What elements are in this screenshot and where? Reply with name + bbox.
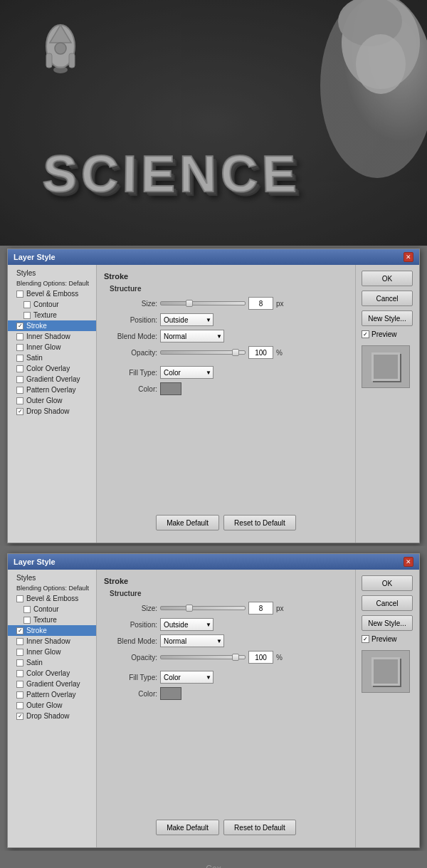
satin-checkbox-1[interactable]	[16, 355, 23, 362]
ok-btn-2[interactable]: OK	[362, 575, 413, 591]
sidebar-1-satin[interactable]: Satin	[8, 352, 96, 363]
opacity-unit-2: %	[276, 654, 283, 662]
sidebar-2-outer-glow[interactable]: Outer Glow	[8, 700, 96, 711]
gradient-overlay-checkbox-2[interactable]	[16, 681, 23, 688]
preview-box-2	[362, 650, 410, 693]
opacity-slider-thumb-2[interactable]	[232, 654, 239, 661]
sidebar-2-contour[interactable]: Contour	[8, 604, 96, 615]
sidebar-1-inner-shadow[interactable]: Inner Shadow	[8, 331, 96, 342]
texture-checkbox-1[interactable]	[23, 312, 31, 319]
sidebar-2-bevel-emboss[interactable]: Bevel & Emboss	[8, 593, 96, 604]
color-swatch-2[interactable]	[160, 687, 181, 700]
sidebar-2-color-overlay[interactable]: Color Overlay	[8, 668, 96, 679]
sidebar-2-blending-options[interactable]: Blending Options: Default	[8, 583, 96, 593]
color-overlay-checkbox-2[interactable]	[16, 670, 23, 677]
stroke-checkbox-1[interactable]: ✓	[16, 323, 23, 330]
cancel-btn-2[interactable]: Cancel	[362, 595, 413, 611]
reset-btn-2[interactable]: Reset to Default	[223, 820, 296, 835]
dialog-2-close-button[interactable]: ✕	[404, 557, 413, 567]
sidebar-1-contour[interactable]: Contour	[8, 299, 96, 310]
sidebar-2-stroke[interactable]: ✓ Stroke	[8, 625, 96, 636]
blend-mode-select-arrow-1: ▼	[216, 333, 222, 340]
contour-checkbox-2[interactable]	[23, 606, 31, 613]
sidebar-1-color-overlay[interactable]: Color Overlay	[8, 363, 96, 374]
make-default-btn-2[interactable]: Make Default	[156, 820, 219, 835]
position-select-2[interactable]: Outside ▼	[160, 618, 214, 631]
contour-checkbox-1[interactable]	[23, 301, 31, 308]
fill-type-row-1: Fill Type: Color ▼	[104, 366, 348, 379]
opacity-slider-1[interactable]	[160, 350, 246, 355]
sidebar-1-inner-glow[interactable]: Inner Glow	[8, 342, 96, 352]
blend-mode-row-1: Blend Mode: Normal ▼	[104, 330, 348, 343]
stroke-checkbox-2[interactable]: ✓	[16, 627, 23, 634]
reset-btn-1[interactable]: Reset to Default	[223, 515, 296, 530]
dialog-1-main-content: Stroke Structure Size: px Position: Outs…	[97, 265, 355, 543]
sidebar-1-gradient-overlay[interactable]: Gradient Overlay	[8, 374, 96, 385]
sidebar-1-blending-options[interactable]: Blending Options: Default	[8, 278, 96, 288]
size-slider-2[interactable]	[160, 606, 246, 610]
sidebar-1-bevel-emboss[interactable]: Bevel & Emboss	[8, 288, 96, 299]
size-slider-thumb-2[interactable]	[186, 605, 193, 612]
drop-shadow-checkbox-1[interactable]: ✓	[16, 408, 23, 415]
size-slider-1[interactable]	[160, 301, 246, 305]
inner-glow-checkbox-2[interactable]	[16, 649, 23, 656]
sidebar-2-gradient-overlay[interactable]: Gradient Overlay	[8, 679, 96, 689]
preview-checkbox-icon-1[interactable]	[362, 330, 369, 338]
sidebar-1-pattern-overlay[interactable]: Pattern Overlay	[8, 385, 96, 395]
position-row-1: Position: Outside ▼	[104, 313, 348, 326]
opacity-slider-thumb-1[interactable]	[232, 349, 239, 356]
size-slider-thumb-1[interactable]	[186, 300, 193, 307]
dialog-1-titlebar: Layer Style ✕	[8, 249, 419, 265]
sidebar-2-texture[interactable]: Texture	[8, 615, 96, 625]
inner-glow-checkbox-1[interactable]	[16, 344, 23, 351]
size-input-2[interactable]	[248, 602, 273, 615]
color-overlay-checkbox-1[interactable]	[16, 365, 23, 372]
sidebar-2-drop-shadow[interactable]: ✓ Drop Shadow	[8, 711, 96, 721]
pattern-overlay-checkbox-1[interactable]	[16, 387, 23, 394]
outer-glow-checkbox-2[interactable]	[16, 702, 23, 709]
inner-shadow-checkbox-1[interactable]	[16, 333, 23, 340]
texture-checkbox-2[interactable]	[23, 617, 31, 624]
sidebar-2-pattern-overlay[interactable]: Pattern Overlay	[8, 689, 96, 700]
opacity-slider-2[interactable]	[160, 655, 246, 659]
preview-toggle-1[interactable]: Preview	[362, 330, 413, 338]
bevel-emboss-checkbox-1[interactable]	[16, 291, 23, 298]
sidebar-2-styles[interactable]: Styles	[8, 572, 96, 583]
size-input-1[interactable]	[248, 297, 273, 310]
ok-btn-1[interactable]: OK	[362, 271, 413, 286]
drop-shadow-checkbox-2[interactable]: ✓	[16, 713, 23, 720]
size-row-1: Size: px	[104, 297, 348, 310]
satin-checkbox-2[interactable]	[16, 659, 23, 666]
sidebar-1-styles[interactable]: Styles	[8, 268, 96, 278]
color-swatch-1[interactable]	[160, 382, 181, 395]
opacity-label-1: Opacity:	[104, 349, 157, 357]
cancel-btn-1[interactable]: Cancel	[362, 291, 413, 306]
sidebar-1-texture[interactable]: Texture	[8, 310, 96, 320]
sidebar-1-outer-glow[interactable]: Outer Glow	[8, 395, 96, 406]
new-style-btn-2[interactable]: New Style...	[362, 615, 413, 631]
dialog-2-right-panel: OK Cancel New Style... Preview	[355, 570, 419, 847]
blend-mode-select-1[interactable]: Normal ▼	[160, 330, 224, 343]
opacity-input-1[interactable]	[248, 346, 273, 359]
fill-type-select-1[interactable]: Color ▼	[160, 366, 214, 379]
bevel-emboss-checkbox-2[interactable]	[16, 595, 23, 602]
sidebar-2-satin[interactable]: Satin	[8, 657, 96, 668]
sidebar-1-drop-shadow[interactable]: ✓ Drop Shadow	[8, 406, 96, 417]
gradient-overlay-checkbox-1[interactable]	[16, 376, 23, 383]
sidebar-2-inner-shadow[interactable]: Inner Shadow	[8, 636, 96, 647]
pattern-overlay-checkbox-2[interactable]	[16, 691, 23, 699]
fill-type-select-2[interactable]: Color ▼	[160, 671, 214, 684]
sidebar-2-inner-glow[interactable]: Inner Glow	[8, 647, 96, 657]
layer-style-dialog-2: Layer Style ✕ Styles Blending Options: D…	[7, 553, 420, 848]
position-select-1[interactable]: Outside ▼	[160, 313, 214, 326]
dialog-1-close-button[interactable]: ✕	[404, 252, 413, 262]
preview-checkbox-icon-2[interactable]	[362, 635, 369, 643]
outer-glow-checkbox-1[interactable]	[16, 397, 23, 404]
new-style-btn-1[interactable]: New Style...	[362, 310, 413, 326]
make-default-btn-1[interactable]: Make Default	[156, 515, 219, 530]
opacity-input-2[interactable]	[248, 651, 273, 664]
blend-mode-select-2[interactable]: Normal ▼	[160, 634, 224, 647]
preview-toggle-2[interactable]: Preview	[362, 635, 413, 643]
sidebar-1-stroke[interactable]: ✓ Stroke	[8, 320, 96, 331]
inner-shadow-checkbox-2[interactable]	[16, 638, 23, 645]
